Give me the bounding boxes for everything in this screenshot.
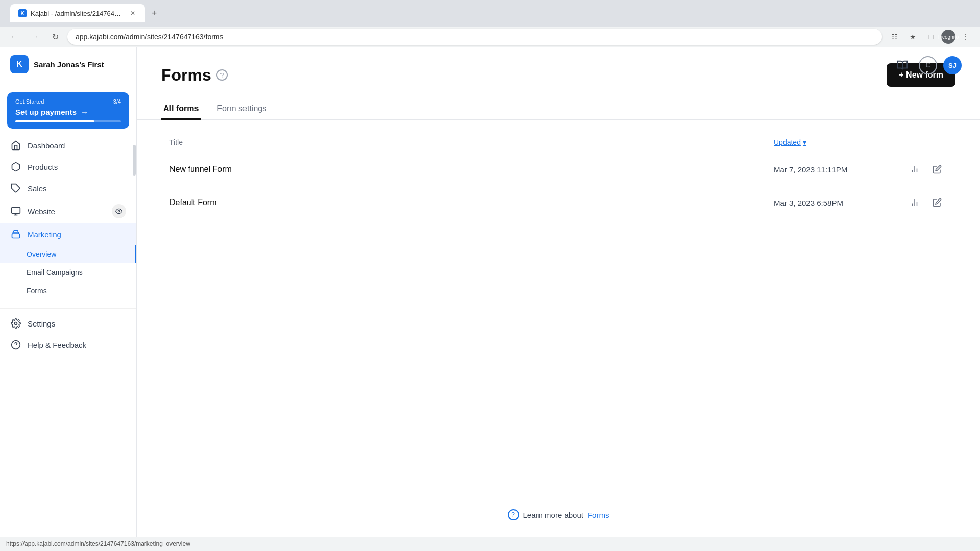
eye-icon[interactable] [112,204,126,218]
header-right-icons: C SJ [892,55,962,76]
marketing-sub-nav: Overview Email Campaigns Forms [0,245,136,300]
sidebar-item-label-dashboard: Dashboard [28,141,65,150]
tabs: All forms Form settings [137,99,980,120]
sidebar-item-label-marketing: Marketing [28,230,61,239]
menu-button[interactable]: ⋮ [958,29,974,45]
sidebar-item-sales[interactable]: Sales [0,178,136,199]
sidebar-item-label-sales: Sales [28,184,47,193]
learn-more-link[interactable]: Forms [587,511,609,519]
col-title-header: Title [169,138,774,146]
gear-icon [10,318,21,329]
book-icon-button[interactable] [892,55,913,76]
table-row: Default Form Mar 3, 2023 6:58PM [161,186,955,219]
get-started-label: Get Started 3/4 [15,98,121,105]
address-bar[interactable]: app.kajabi.com/admin/sites/2147647163/fo… [67,29,882,45]
status-bar: https://app.kajabi.com/admin/sites/21476… [0,537,980,551]
tab-form-settings[interactable]: Form settings [215,99,268,120]
sidebar-item-label-help: Help & Feedback [28,341,86,349]
sidebar-item-overview[interactable]: Overview [0,245,136,263]
tab-bar: K Kajabi - /admin/sites/214764716... ✕ + [10,4,974,22]
scroll-thumb [133,145,136,176]
form-analytics-button[interactable] [906,161,923,178]
sidebar-item-label-website: Website [28,207,55,216]
house-icon [10,140,21,151]
active-tab[interactable]: K Kajabi - /admin/sites/214764716... ✕ [10,4,145,22]
form-updated-new-funnel: Mar 7, 2023 11:11PM [774,165,906,174]
forward-button[interactable]: → [27,29,43,45]
learn-more-text: Learn more about [523,511,583,519]
sidebar-item-help[interactable]: Help & Feedback [0,334,136,356]
incognito-label: Incognito [938,34,959,40]
sidebar-item-label-forms: Forms [27,287,47,295]
sidebar-item-label-email-campaigns: Email Campaigns [27,268,83,277]
new-tab-button[interactable]: + [147,6,161,20]
monitor-icon [10,206,21,217]
box-icon [10,161,21,172]
avatar-sj[interactable]: SJ [943,56,962,74]
progress-bar-bg [15,120,121,122]
learn-more: ? Learn more about Forms [508,509,609,520]
page-title: Forms [161,66,211,85]
progress-bar-fill [15,120,94,122]
tab-close-button[interactable]: ✕ [129,9,137,17]
table-header: Title Updated ▾ [161,132,955,153]
sidebar-item-website[interactable]: Website [0,199,136,223]
sidebar-item-email-campaigns[interactable]: Email Campaigns [0,263,136,282]
tab-favicon: K [18,9,27,17]
extension-icon[interactable]: □ [923,29,939,45]
website-nav-extra [112,204,126,218]
back-button[interactable]: ← [6,29,22,45]
form-updated-default: Mar 3, 2023 6:58PM [774,198,906,207]
forms-footer: ? Learn more about Forms [137,493,980,537]
sidebar-item-label-settings: Settings [28,319,55,328]
sidebar-item-dashboard[interactable]: Dashboard [0,135,136,156]
table-row: New funnel Form Mar 7, 2023 11:11PM [161,153,955,186]
bookmark-icon[interactable]: ★ [904,29,921,45]
col-updated-header[interactable]: Updated ▾ [774,138,906,146]
svg-point-4 [118,210,120,212]
incognito-avatar[interactable]: Incognito [941,30,955,44]
help-circle-icon: ? [508,509,519,520]
sidebar-item-label-products: Products [28,163,58,171]
sidebar-content: Get Started 3/4 Set up payments → Dashbo… [0,82,136,537]
address-bar-row: ← → ↻ app.kajabi.com/admin/sites/2147647… [0,27,980,47]
form-title-default: Default Form [169,198,774,207]
get-started-action: Set up payments → [15,108,121,116]
forms-table: Title Updated ▾ New funnel Form Mar 7, 2… [137,132,980,493]
form-actions-new-funnel [906,161,947,178]
tab-title: Kajabi - /admin/sites/214764716... [31,10,122,17]
tag-icon [10,183,21,194]
app-logo: K [10,55,29,73]
app-container: K Sarah Jonas's First Get Started 3/4 Se… [0,47,980,537]
sort-indicator: ▾ [803,138,806,146]
get-started-banner[interactable]: Get Started 3/4 Set up payments → [7,92,129,129]
tab-all-forms[interactable]: All forms [161,99,201,120]
main-content: C SJ Forms ? + New form All forms F [137,47,980,537]
sidebar-item-products[interactable]: Products [0,156,136,178]
sidebar-header: K Sarah Jonas's First [0,47,136,82]
question-icon [10,339,21,350]
form-title-new-funnel: New funnel Form [169,165,774,174]
sidebar-item-forms[interactable]: Forms [0,282,136,300]
camera-icon[interactable]: ☷ [886,29,902,45]
svg-rect-1 [12,208,20,214]
avatar-c[interactable]: C [919,56,937,74]
sidebar-scrollbar[interactable] [132,47,136,537]
svg-point-5 [15,322,17,325]
scroll-track [132,47,136,537]
sidebar: K Sarah Jonas's First Get Started 3/4 Se… [0,47,137,537]
page-title-area: Forms ? [161,66,228,85]
form-edit-button[interactable] [929,161,945,178]
sidebar-item-settings[interactable]: Settings [0,313,136,334]
url-text: app.kajabi.com/admin/sites/2147647163/fo… [76,33,874,41]
reload-button[interactable]: ↻ [47,29,63,45]
form-actions-default [906,194,947,211]
page-help-icon[interactable]: ? [216,69,228,81]
browser-chrome: K Kajabi - /admin/sites/214764716... ✕ + [0,0,980,27]
form-analytics-button-2[interactable] [906,194,923,211]
megaphone-icon [10,229,21,240]
sidebar-item-marketing[interactable]: Marketing [0,223,136,245]
form-edit-button-2[interactable] [929,194,945,211]
site-name: Sarah Jonas's First [34,60,104,69]
sidebar-item-label-overview: Overview [27,250,56,258]
